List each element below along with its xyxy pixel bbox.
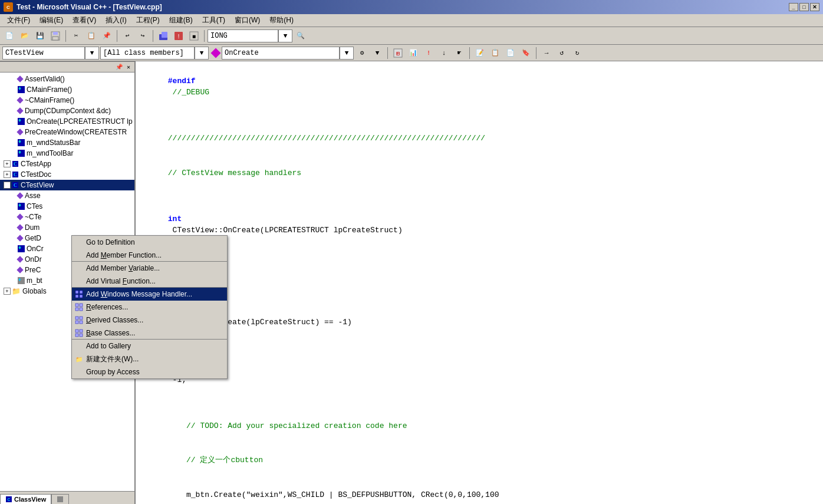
tree-item-assertvalid[interactable]: AssertValid() xyxy=(0,74,134,84)
member-icon xyxy=(18,203,25,210)
ctx-label: Add Member Variable... xyxy=(86,264,160,272)
ctx-base-classes[interactable]: Base Classes... xyxy=(72,327,227,340)
edit-btn-1[interactable]: 📝 xyxy=(473,47,487,60)
menu-help[interactable]: 帮助(H) xyxy=(265,14,298,27)
menu-window[interactable]: 窗口(W) xyxy=(230,14,265,27)
edit-btn-2[interactable]: 📋 xyxy=(488,47,502,60)
code-line-6: int CTestView::OnCreate(LPCREATESTRUCT l… xyxy=(140,202,818,248)
build-button[interactable] xyxy=(156,29,170,42)
tree-item-cmainframe-dtor[interactable]: ~CMainFrame() xyxy=(0,95,134,106)
svg-text:C: C xyxy=(14,183,17,188)
tree-item-ctestdoc[interactable]: + C CTestDoc xyxy=(0,169,134,180)
tab-classview[interactable]: C ClassView xyxy=(0,494,51,504)
expand-ctestview[interactable]: - xyxy=(4,182,11,189)
tree-item-ctestview[interactable]: - C CTestView xyxy=(0,180,134,190)
svg-rect-21 xyxy=(57,496,63,502)
new-button[interactable]: 📄 xyxy=(2,29,17,42)
new-folder-icon: 📁 xyxy=(74,354,84,364)
debug-btn-5[interactable]: ☛ xyxy=(452,47,466,60)
nav-btn-2[interactable]: ▼ xyxy=(370,47,384,60)
ctx-group-by-access[interactable]: Group by Access xyxy=(72,365,227,378)
tree-item-ctestapp[interactable]: + C CTestApp xyxy=(0,159,134,169)
tree-item-dump[interactable]: Dump(CDumpContext &dc) xyxy=(0,106,134,116)
copy-button[interactable]: 📋 xyxy=(84,29,98,42)
search-button[interactable]: 🔍 xyxy=(294,29,308,42)
member-icon xyxy=(17,192,23,199)
tree-item-toolbar[interactable]: m_wndToolBar xyxy=(0,148,134,159)
tree-item-label: CTestDoc xyxy=(21,170,51,179)
menu-project[interactable]: 工程(P) xyxy=(131,14,164,27)
method-selector-dropdown[interactable]: OnCreate xyxy=(222,47,340,60)
tree-item-label: OnDr xyxy=(25,255,42,263)
nav-extra[interactable]: ↻ xyxy=(570,47,584,60)
redo-button[interactable]: ↪ xyxy=(136,29,150,42)
edit-btn-3[interactable]: 📄 xyxy=(503,47,518,60)
ctx-add-to-gallery[interactable]: Add to Gallery xyxy=(72,340,227,353)
ctx-add-windows-message-handler[interactable]: Add Windows Message Handler... xyxy=(72,288,227,301)
ctx-add-member-variable[interactable]: Add Member Variable... xyxy=(72,262,227,275)
cut-button[interactable]: ✂ xyxy=(69,29,83,42)
nav-forward[interactable]: ↺ xyxy=(555,47,569,60)
tree-item-asse[interactable]: Asse xyxy=(0,190,134,201)
ctx-add-member-function[interactable]: Add Member Function... xyxy=(72,249,227,262)
config-dropdown[interactable]: IONG xyxy=(208,29,278,42)
ctx-references[interactable]: References... xyxy=(72,301,227,314)
tree-item-ctes[interactable]: CTes xyxy=(0,201,134,212)
expand-ctestapp[interactable]: + xyxy=(4,160,11,167)
method-dropdown-arrow[interactable]: ▼ xyxy=(340,47,354,60)
class-selector-dropdown[interactable]: CTestView xyxy=(2,47,85,60)
stop-button[interactable]: ■ xyxy=(187,29,201,42)
svg-text:C: C xyxy=(7,498,10,502)
svg-rect-3 xyxy=(53,32,58,35)
menu-file[interactable]: 文件(F) xyxy=(2,14,35,27)
window-controls[interactable]: _ □ ✕ xyxy=(789,3,819,11)
tree-item-precreatewindow[interactable]: PreCreateWindow(CREATESTR xyxy=(0,127,134,137)
panel-pin-button[interactable]: 📌 xyxy=(114,62,124,72)
dropdown-arrow[interactable]: ▼ xyxy=(278,29,292,42)
menu-build[interactable]: 组建(B) xyxy=(164,14,197,27)
save-all-button[interactable] xyxy=(48,29,62,42)
expand-globals[interactable]: + xyxy=(4,288,11,295)
panel-close-button[interactable]: ✕ xyxy=(124,62,133,72)
save-button[interactable]: 💾 xyxy=(33,29,47,42)
maximize-button[interactable]: □ xyxy=(799,3,809,11)
debug-btn-4[interactable]: ↓ xyxy=(437,47,451,60)
tree-item-cmainframe[interactable]: CMainFrame() xyxy=(0,84,134,95)
expand-ctestdoc[interactable]: + xyxy=(4,171,11,178)
ctx-add-virtual-function[interactable]: Add Virtual Function... xyxy=(72,275,227,288)
menu-tools[interactable]: 工具(T) xyxy=(197,14,230,27)
menu-insert[interactable]: 插入(I) xyxy=(101,14,131,27)
svg-rect-24 xyxy=(75,295,78,298)
ctx-derived-classes[interactable]: Derived Classes... xyxy=(72,314,227,327)
paste-button[interactable]: 📌 xyxy=(100,29,114,42)
member-dropdown-arrow[interactable]: ▼ xyxy=(195,47,209,60)
tree-item-label: CTes xyxy=(27,202,42,210)
tree-item-dum[interactable]: Dum xyxy=(0,222,134,233)
close-button[interactable]: ✕ xyxy=(810,3,819,11)
nav-btn-1[interactable]: ⚙ xyxy=(355,47,369,60)
undo-button[interactable]: ↩ xyxy=(120,29,134,42)
open-button[interactable]: 📂 xyxy=(18,29,32,42)
debug-btn-3[interactable]: ! xyxy=(422,47,436,60)
tree-item-cte-dtor[interactable]: ~CTe xyxy=(0,212,134,222)
tree-item-statusbar[interactable]: m_wndStatusBar xyxy=(0,137,134,148)
class-dropdown-arrow[interactable]: ▼ xyxy=(85,47,99,60)
ctx-goto-definition[interactable]: Go to Definition xyxy=(72,236,227,249)
member-selector-dropdown[interactable]: [All class members] xyxy=(100,47,195,60)
tree-item-oncreate[interactable]: OnCreate(LPCREATESTRUCT lp xyxy=(0,116,134,127)
nav-back[interactable]: → xyxy=(539,47,554,60)
menu-bar: 文件(F) 编辑(E) 查看(V) 插入(I) 工程(P) 组建(B) 工具(T… xyxy=(0,14,823,27)
grid-icon-2 xyxy=(74,302,84,312)
code-editor[interactable]: #endif //_DEBUG ////////////////////////… xyxy=(136,61,823,504)
menu-edit[interactable]: 编辑(E) xyxy=(35,14,68,27)
minimize-button[interactable]: _ xyxy=(789,3,798,11)
run-button[interactable]: ! xyxy=(172,29,186,42)
ctx-label: Group by Access xyxy=(86,368,140,376)
debug-btn-1[interactable]: ⊞ xyxy=(391,47,405,60)
ctx-new-folder[interactable]: 📁 新建文件夹(W)... xyxy=(72,353,227,365)
edit-btn-4[interactable]: 🔖 xyxy=(519,47,533,60)
debug-btn-2[interactable]: 📊 xyxy=(406,47,420,60)
menu-view[interactable]: 查看(V) xyxy=(68,14,101,27)
tab-other[interactable] xyxy=(51,494,69,504)
code-line-12: // 定义一个cbutton xyxy=(140,443,818,478)
